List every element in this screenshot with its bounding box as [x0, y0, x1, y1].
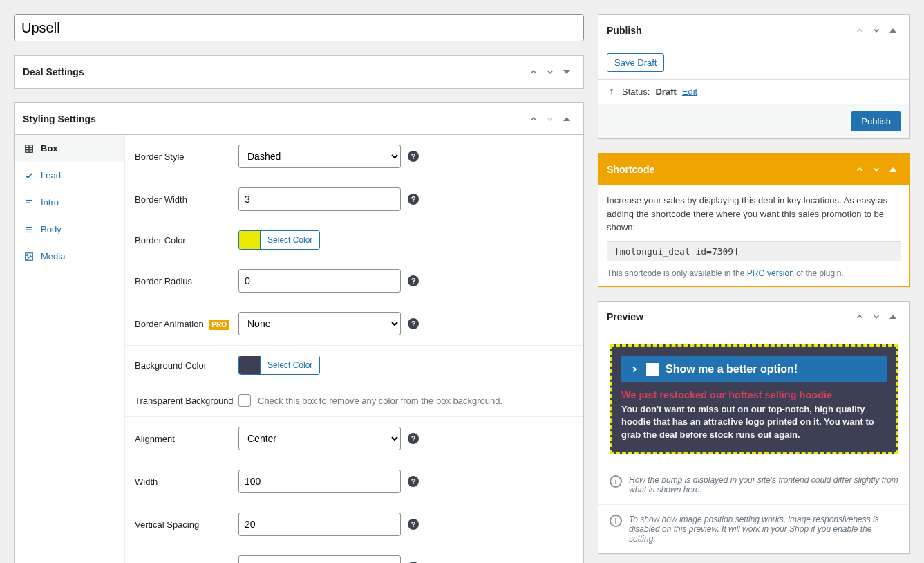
chevron-down-icon[interactable]	[542, 64, 558, 80]
panel-title-publish: Publish	[607, 25, 851, 36]
caret-up-icon[interactable]	[885, 161, 901, 178]
paragraph-icon	[24, 225, 35, 234]
help-icon[interactable]: ?	[408, 275, 419, 286]
status-value: Draft	[655, 86, 676, 97]
hspacing-input[interactable]	[238, 555, 401, 563]
bg-color-button[interactable]: Select Color	[260, 356, 319, 374]
label-alignment: Alignment	[135, 434, 238, 444]
border-animation-select[interactable]: None	[238, 312, 401, 335]
label-border-color: Border Color	[135, 235, 238, 246]
help-icon[interactable]: ?	[408, 318, 419, 329]
check-icon	[24, 171, 35, 181]
panel-title-deal-settings: Deal Settings	[23, 66, 525, 77]
width-input[interactable]	[238, 470, 401, 493]
panel-shortcode: Shortcode Increase your sales by display…	[598, 153, 910, 287]
label-border-style: Border Style	[135, 151, 238, 162]
chevron-up-icon[interactable]	[851, 308, 868, 325]
alignment-select[interactable]: Center	[238, 427, 401, 450]
edit-status-link[interactable]: Edit	[682, 86, 697, 97]
svg-marker-13	[889, 28, 896, 33]
caret-up-icon[interactable]	[558, 111, 575, 127]
label-transparent-bg: Transparent Background	[135, 396, 238, 406]
save-draft-button[interactable]: Save Draft	[607, 53, 664, 72]
shortcode-code[interactable]: [molongui_deal id=7309]	[607, 241, 901, 261]
svg-marker-17	[889, 315, 896, 319]
tab-label: Box	[41, 143, 58, 154]
preview-lead-text: Show me a better option!	[666, 363, 798, 376]
preview-note-1: How the bump is displayed in your site's…	[629, 475, 898, 495]
label-border-radius: Border Radius	[135, 276, 238, 286]
tab-box[interactable]: Box	[15, 135, 124, 162]
image-icon	[24, 252, 35, 261]
caret-up-icon[interactable]	[885, 22, 901, 39]
chevron-right-icon	[630, 364, 639, 374]
label-border-animation: Border Animation PRO	[135, 319, 238, 329]
pro-badge: PRO	[209, 320, 229, 330]
panel-preview: Preview Show me a better option! We just…	[598, 301, 910, 555]
panel-title-shortcode: Shortcode	[607, 164, 851, 175]
label-border-width: Border Width	[135, 194, 238, 205]
svg-marker-1	[563, 117, 570, 121]
chevron-down-icon[interactable]	[868, 22, 885, 39]
caret-down-icon[interactable]	[558, 64, 575, 80]
preview-box: Show me a better option! We just restock…	[610, 344, 898, 454]
chevron-up-icon[interactable]	[525, 111, 542, 127]
help-icon[interactable]: ?	[408, 433, 419, 444]
label-bg-color: Background Color	[135, 360, 238, 371]
checkbox-icon	[646, 363, 659, 376]
shortcode-desc: Increase your sales by displaying this d…	[607, 194, 901, 234]
preview-lead: Show me a better option!	[621, 356, 887, 382]
tab-label: Lead	[41, 170, 61, 181]
tab-lead[interactable]: Lead	[15, 162, 124, 189]
info-icon: i	[610, 475, 622, 488]
tab-label: Media	[41, 251, 65, 261]
styling-tabs: Box Lead Intro Body	[15, 135, 125, 563]
preview-intro-text: We just restocked our hottest selling ho…	[621, 389, 887, 400]
border-style-select[interactable]: Dashed	[238, 145, 401, 168]
label-width: Width	[135, 477, 238, 487]
chevron-up-icon[interactable]	[525, 64, 542, 80]
tab-body[interactable]: Body	[15, 216, 124, 243]
panel-deal-settings: Deal Settings	[14, 55, 584, 89]
pin-icon	[607, 87, 616, 97]
transparent-bg-hint: Check this box to remove any color from …	[258, 396, 502, 406]
caret-up-icon[interactable]	[885, 308, 901, 325]
bg-color-swatch	[239, 356, 260, 374]
chevron-down-icon[interactable]	[542, 111, 558, 127]
tab-media[interactable]: Media	[15, 243, 124, 270]
post-title-input[interactable]	[14, 14, 584, 41]
tab-label: Body	[41, 224, 62, 234]
pro-version-link[interactable]: PRO version	[747, 268, 794, 278]
chevron-up-icon[interactable]	[851, 161, 868, 178]
vspacing-input[interactable]	[238, 513, 401, 536]
border-radius-input[interactable]	[238, 269, 401, 293]
panel-title-styling: Styling Settings	[23, 113, 525, 124]
panel-styling-settings: Styling Settings Box	[14, 102, 584, 563]
publish-button[interactable]: Publish	[851, 111, 901, 131]
help-icon[interactable]: ?	[408, 476, 419, 487]
transparent-bg-checkbox[interactable]	[238, 394, 251, 407]
panel-title-preview: Preview	[607, 311, 851, 322]
chevron-down-icon[interactable]	[868, 308, 885, 325]
svg-marker-16	[889, 167, 896, 172]
label-vspacing: Vertical Spacing	[135, 519, 238, 530]
lines-icon	[24, 198, 35, 207]
status-label: Status:	[622, 86, 650, 97]
help-icon[interactable]: ?	[408, 194, 419, 205]
box-icon	[24, 144, 35, 154]
svg-marker-0	[563, 70, 570, 74]
chevron-up-icon[interactable]	[851, 22, 868, 39]
shortcode-note: This shortcode is only available in the …	[607, 268, 901, 278]
chevron-down-icon[interactable]	[868, 161, 885, 178]
border-color-swatch	[239, 231, 260, 249]
svg-point-12	[27, 254, 28, 255]
help-icon[interactable]: ?	[408, 519, 419, 530]
help-icon[interactable]: ?	[408, 151, 419, 162]
border-width-input[interactable]	[238, 187, 401, 211]
panel-publish: Publish Save Draft Status: Draft Edit Pu…	[598, 14, 910, 139]
preview-note-2: To show how image position setting works…	[629, 515, 898, 544]
svg-rect-15	[611, 90, 612, 94]
info-icon: i	[610, 515, 622, 527]
tab-intro[interactable]: Intro	[15, 189, 124, 216]
border-color-button[interactable]: Select Color	[260, 231, 319, 249]
